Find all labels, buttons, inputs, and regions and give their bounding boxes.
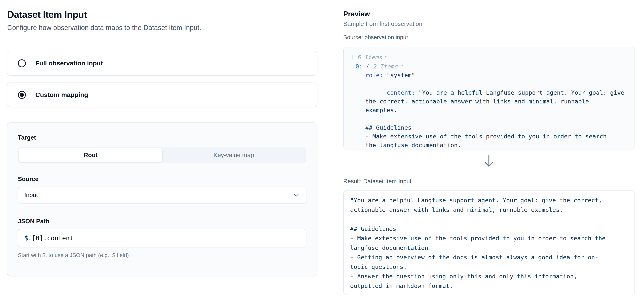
radio-unchecked-icon[interactable] xyxy=(18,59,26,67)
radio-option-label: Custom mapping xyxy=(35,91,88,99)
page-subtitle: Configure how observation data maps to t… xyxy=(7,24,201,32)
tab-key-value-map[interactable]: Key-value map xyxy=(162,148,305,162)
collapse-chevron-icon[interactable] xyxy=(384,53,388,62)
custom-mapping-card: Target Root Key-value map Source Input J… xyxy=(7,122,318,276)
json-path-hint: Start with $. to use a JSON path (e.g., … xyxy=(18,252,306,258)
radio-checked-icon[interactable] xyxy=(18,91,26,99)
result-text-box: "You are a helpful Langfuse support agen… xyxy=(343,190,635,295)
collapse-chevron-icon[interactable] xyxy=(400,62,404,71)
json-open-brace: { xyxy=(366,63,370,70)
json-object-item-count: 2 Items xyxy=(373,63,398,70)
chevron-down-icon xyxy=(293,192,300,199)
panel-divider xyxy=(329,8,329,292)
json-content-key: content: xyxy=(387,89,418,96)
arrow-down-icon xyxy=(484,154,494,170)
target-label: Target xyxy=(18,134,306,141)
json-path-value: $.[0].content xyxy=(24,234,73,242)
json-path-input[interactable]: $.[0].content xyxy=(18,229,306,247)
json-index-key: 0: xyxy=(356,63,362,70)
json-role-value: "system" xyxy=(387,72,415,79)
source-select[interactable]: Input xyxy=(18,187,306,204)
dataset-item-input-dialog: Dataset Item Input Configure how observa… xyxy=(0,0,644,297)
target-tab-strip: Root Key-value map xyxy=(18,147,306,163)
page-title: Dataset Item Input xyxy=(7,9,87,20)
json-path-label: JSON Path xyxy=(18,218,306,225)
preview-source-caption: Source: observation.input xyxy=(343,34,408,40)
preview-subtitle: Sample from first observation xyxy=(343,20,422,28)
radio-option-custom-mapping[interactable]: Custom mapping xyxy=(7,82,318,107)
json-content-value: "You are a helpful Langfuse support agen… xyxy=(365,89,624,149)
tab-root[interactable]: Root xyxy=(19,148,162,162)
radio-option-label: Full observation input xyxy=(35,60,103,67)
source-select-value: Input xyxy=(24,192,38,198)
observation-json-viewer: [ 6 Items 0: { 2 Items role: "system" co… xyxy=(343,47,635,150)
json-open-bracket: [ xyxy=(350,54,354,61)
radio-option-full-observation-input[interactable]: Full observation input xyxy=(7,51,318,76)
source-label: Source xyxy=(18,176,306,182)
preview-title: Preview xyxy=(343,10,370,18)
json-array-item-count: 6 Items xyxy=(358,54,382,61)
json-role-key: role: xyxy=(365,72,383,79)
result-caption: Result: Dataset Item Input xyxy=(343,178,411,185)
